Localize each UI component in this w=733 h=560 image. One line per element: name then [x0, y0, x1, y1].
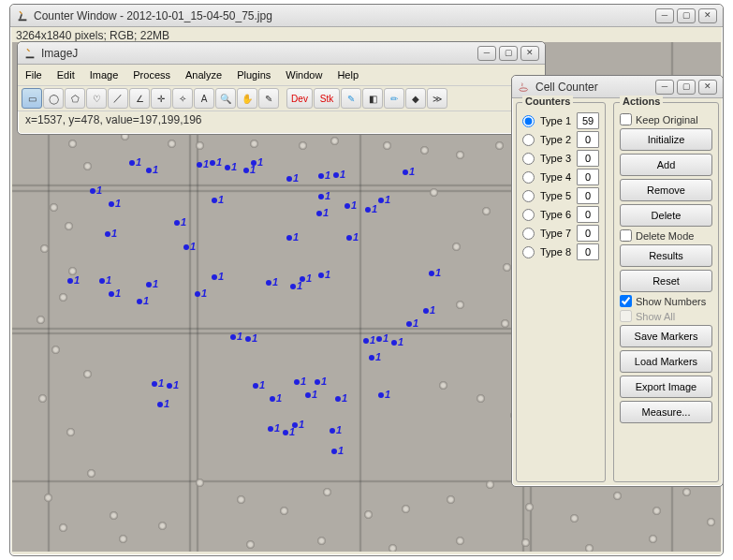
count-marker[interactable] [391, 340, 397, 346]
counter-type-8[interactable]: Type 80 [522, 243, 599, 260]
menu-plugins[interactable]: Plugins [237, 69, 271, 81]
count-marker[interactable] [253, 383, 258, 389]
count-marker[interactable] [290, 284, 296, 289]
count-marker[interactable] [266, 280, 271, 286]
counter-type-7[interactable]: Type 70 [522, 225, 599, 242]
count-marker[interactable] [210, 160, 215, 166]
freehand-select-tool[interactable]: ♡ [86, 88, 107, 109]
results-button[interactable]: Results [620, 244, 712, 267]
count-marker[interactable] [283, 430, 288, 435]
reset-button[interactable]: Reset [620, 270, 712, 292]
text-tool[interactable]: A [194, 88, 214, 109]
count-marker[interactable] [318, 194, 324, 199]
count-marker[interactable] [300, 276, 305, 282]
close-button[interactable]: ✕ [698, 80, 717, 95]
count-marker[interactable] [99, 278, 105, 284]
line-tool[interactable]: ／ [108, 88, 128, 109]
count-marker[interactable] [212, 274, 217, 280]
count-marker[interactable] [294, 379, 300, 385]
count-marker[interactable] [305, 392, 311, 398]
lut-tool[interactable]: ◧ [362, 88, 383, 109]
count-marker[interactable] [335, 396, 341, 402]
pencil-tool[interactable]: ✏ [384, 88, 404, 109]
count-marker[interactable] [429, 271, 434, 276]
counter-type-2[interactable]: Type 20 [522, 131, 599, 148]
count-marker[interactable] [318, 173, 324, 179]
minimize-button[interactable]: ─ [655, 80, 674, 95]
zoom-tool[interactable]: 🔍 [215, 88, 236, 109]
minimize-button[interactable]: ─ [477, 46, 496, 61]
count-marker[interactable] [105, 231, 110, 237]
imagej-titlebar[interactable]: ImageJ ─ ▢ ✕ [18, 42, 545, 65]
maximize-button[interactable]: ▢ [677, 8, 696, 23]
save-markers-button[interactable]: Save Markers [620, 325, 712, 347]
count-marker[interactable] [109, 201, 114, 207]
count-marker[interactable] [90, 188, 95, 194]
count-marker[interactable] [197, 162, 202, 168]
close-button[interactable]: ✕ [520, 46, 539, 61]
stk-tool[interactable]: Stk [314, 88, 340, 109]
menu-image[interactable]: Image [90, 69, 119, 81]
count-marker[interactable] [67, 278, 73, 284]
count-marker[interactable] [183, 244, 189, 250]
count-marker[interactable] [286, 235, 292, 241]
count-marker[interactable] [146, 282, 152, 287]
count-marker[interactable] [378, 392, 384, 398]
counter-type-1[interactable]: Type 159 [522, 112, 599, 129]
count-marker[interactable] [318, 273, 324, 278]
initialize-button[interactable]: Initialize [620, 128, 712, 151]
count-marker[interactable] [268, 426, 273, 432]
count-marker[interactable] [345, 203, 350, 209]
show-numbers-checkbox[interactable]: Show Numbers [620, 295, 712, 307]
counter-radio-6[interactable] [522, 209, 535, 221]
count-marker[interactable] [157, 402, 163, 407]
delete-mode-checkbox[interactable]: Delete Mode [620, 229, 712, 242]
count-marker[interactable] [137, 299, 142, 304]
count-marker[interactable] [225, 165, 230, 170]
maximize-button[interactable]: ▢ [677, 80, 696, 95]
polygon-select-tool[interactable]: ⬠ [65, 88, 85, 109]
delete-button[interactable]: Delete [620, 204, 712, 227]
rect-select-tool[interactable]: ▭ [22, 88, 42, 109]
oval-select-tool[interactable]: ◯ [43, 88, 64, 109]
hand-tool[interactable]: ✋ [237, 88, 257, 109]
counter-type-3[interactable]: Type 30 [522, 150, 599, 167]
count-marker[interactable] [365, 207, 371, 213]
count-marker[interactable] [369, 355, 374, 361]
counter-radio-7[interactable] [522, 228, 535, 240]
load-markers-button[interactable]: Load Markers [620, 350, 712, 373]
count-marker[interactable] [174, 220, 180, 226]
count-marker[interactable] [245, 336, 251, 342]
count-marker[interactable] [403, 169, 408, 175]
count-marker[interactable] [330, 428, 335, 434]
counter-radio-1[interactable] [522, 115, 535, 127]
measure-button[interactable]: Measure... [620, 401, 712, 423]
count-marker[interactable] [109, 291, 114, 297]
count-marker[interactable] [167, 383, 172, 389]
menu-window[interactable]: Window [286, 69, 322, 81]
count-marker[interactable] [243, 168, 249, 173]
count-marker[interactable] [270, 396, 275, 402]
count-marker[interactable] [212, 198, 217, 203]
count-marker[interactable] [292, 422, 298, 428]
dev-tool[interactable]: Dev [286, 88, 313, 109]
remove-button[interactable]: Remove [620, 179, 712, 201]
menu-file[interactable]: File [25, 69, 42, 81]
counter-radio-4[interactable] [522, 171, 535, 184]
count-marker[interactable] [286, 176, 292, 182]
count-marker[interactable] [195, 291, 200, 297]
more-tools[interactable]: ≫ [427, 88, 447, 109]
counter-type-5[interactable]: Type 50 [522, 187, 599, 204]
minimize-button[interactable]: ─ [655, 8, 674, 23]
counter-type-4[interactable]: Type 40 [522, 169, 599, 185]
counter-radio-8[interactable] [522, 246, 535, 258]
angle-tool[interactable]: ∠ [129, 88, 150, 109]
close-button[interactable]: ✕ [698, 8, 717, 23]
menu-help[interactable]: Help [337, 69, 359, 81]
count-marker[interactable] [316, 211, 322, 216]
menu-process[interactable]: Process [133, 69, 170, 81]
count-marker[interactable] [423, 308, 429, 314]
count-marker[interactable] [315, 379, 320, 385]
export-image-button[interactable]: Export Image [620, 376, 712, 398]
maximize-button[interactable]: ▢ [499, 46, 518, 61]
